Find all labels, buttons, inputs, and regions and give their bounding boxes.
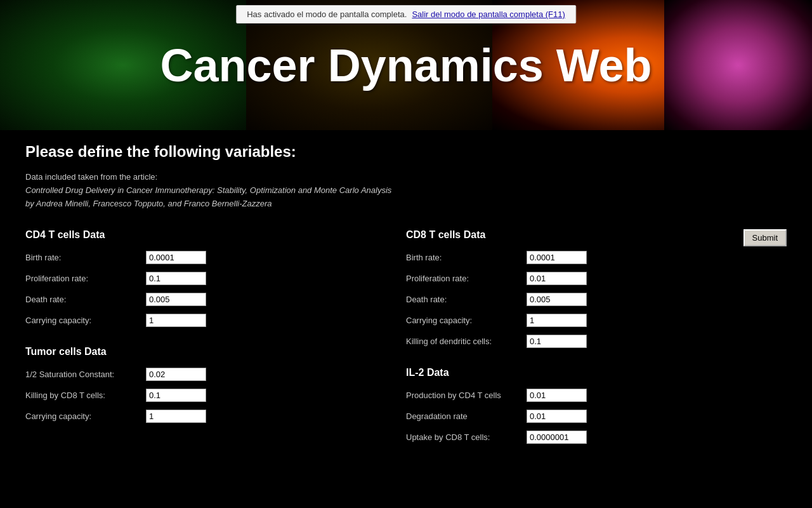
submit-area: Submit [743, 229, 787, 246]
cd4-carry-label: Carrying capacity: [25, 316, 146, 325]
il2-degradation-label: Degradation rate [406, 411, 527, 421]
il2-production-label: Production by CD4 T cells [406, 391, 527, 400]
tumor-kill-input[interactable] [146, 389, 206, 402]
cd4-death-input[interactable] [146, 293, 206, 306]
cd8-carry-label: Carrying capacity: [406, 316, 527, 325]
il2-production-input[interactable] [527, 389, 587, 402]
cd4-carry-row: Carrying capacity: [25, 314, 381, 327]
cd8-title: CD8 T cells Data [406, 229, 761, 241]
cd4-carry-input[interactable] [146, 314, 206, 327]
cd8-killing-row: Killing of dendritic cells: [406, 335, 761, 348]
cd4-prolif-row: Proliferation rate: [25, 272, 381, 285]
cd8-death-input[interactable] [527, 293, 587, 306]
exit-fullscreen-link[interactable]: Salir del modo de pantalla completa (F11… [412, 10, 565, 19]
cd8-carry-row: Carrying capacity: [406, 314, 761, 327]
tumor-sat-input[interactable] [146, 368, 206, 381]
cd4-birth-input[interactable] [146, 251, 206, 264]
tumor-title: Tumor cells Data [25, 346, 381, 358]
cd8-birth-input[interactable] [527, 251, 587, 264]
il2-degradation-row: Degradation rate [406, 410, 761, 423]
cd8-carry-input[interactable] [527, 314, 587, 327]
cd4-death-label: Death rate: [25, 295, 146, 304]
cd8-prolif-row: Proliferation rate: [406, 272, 761, 285]
il2-section: IL-2 Data Production by CD4 T cells Degr… [406, 367, 761, 444]
il2-degradation-input[interactable] [527, 410, 587, 423]
cd8-birth-label: Birth rate: [406, 253, 527, 262]
page-title: Please define the following variables: [25, 143, 787, 161]
cd4-birth-row: Birth rate: [25, 251, 381, 264]
il2-title: IL-2 Data [406, 367, 761, 378]
cd8-section: CD8 T cells Data Birth rate: Proliferati… [406, 229, 761, 348]
cd8-death-label: Death rate: [406, 295, 527, 304]
header-bg-right2 [664, 0, 812, 130]
il2-uptake-row: Uptake by CD8 T cells: [406, 431, 761, 444]
tumor-sat-row: 1/2 Saturation Constant: [25, 368, 381, 381]
site-title: Cancer Dynamics Web [160, 39, 652, 91]
tumor-carry-label: Carrying capacity: [25, 411, 146, 421]
submit-button[interactable]: Submit [743, 229, 787, 246]
article-line2: Controlled Drug Delivery in Cancer Immun… [25, 185, 391, 195]
cd4-section: CD4 T cells Data Birth rate: Proliferati… [25, 229, 381, 327]
tumor-carry-input[interactable] [146, 410, 206, 423]
article-line3: by Andrea Minelli, Francesco Topputo, an… [25, 199, 272, 208]
tumor-kill-label: Killing by CD8 T cells: [25, 391, 146, 400]
article-info: Data included taken from the article: Co… [25, 171, 787, 210]
fullscreen-message: Has activado el modo de pantalla complet… [247, 10, 407, 19]
cd8-prolif-label: Proliferation rate: [406, 274, 527, 283]
fullscreen-notice: Has activado el modo de pantalla complet… [236, 5, 576, 23]
il2-production-row: Production by CD4 T cells [406, 389, 761, 402]
right-column: CD8 T cells Data Birth rate: Proliferati… [406, 229, 787, 463]
main-content: Please define the following variables: D… [0, 130, 812, 488]
cd4-title: CD4 T cells Data [25, 229, 381, 241]
data-sections: CD4 T cells Data Birth rate: Proliferati… [25, 229, 787, 463]
il2-uptake-label: Uptake by CD8 T cells: [406, 432, 527, 442]
cd8-death-row: Death rate: [406, 293, 761, 306]
article-line1: Data included taken from the article: [25, 171, 787, 184]
left-column: CD4 T cells Data Birth rate: Proliferati… [25, 229, 406, 463]
tumor-kill-row: Killing by CD8 T cells: [25, 389, 381, 402]
cd4-prolif-label: Proliferation rate: [25, 274, 146, 283]
cd4-birth-label: Birth rate: [25, 253, 146, 262]
cd8-killing-label: Killing of dendritic cells: [406, 337, 527, 346]
cd8-killing-input[interactable] [527, 335, 587, 348]
il2-uptake-input[interactable] [527, 431, 587, 444]
tumor-carry-row: Carrying capacity: [25, 410, 381, 423]
cd8-birth-row: Birth rate: [406, 251, 761, 264]
tumor-section: Tumor cells Data 1/2 Saturation Constant… [25, 346, 381, 423]
cd4-prolif-input[interactable] [146, 272, 206, 285]
cd4-death-row: Death rate: [25, 293, 381, 306]
tumor-sat-label: 1/2 Saturation Constant: [25, 370, 146, 379]
cd8-prolif-input[interactable] [527, 272, 587, 285]
